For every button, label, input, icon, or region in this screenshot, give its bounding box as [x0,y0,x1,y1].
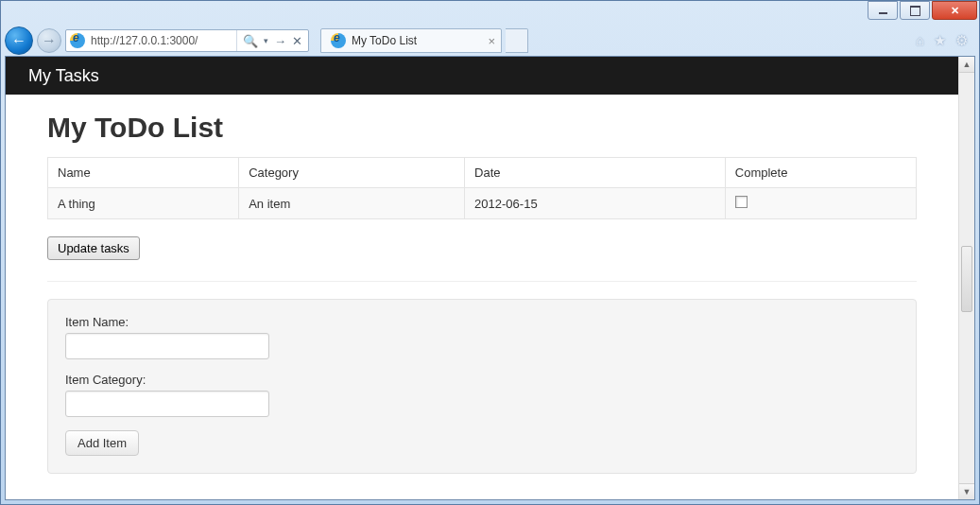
window-maximize-button[interactable] [900,1,930,20]
tasks-table: Name Category Date Complete A thing An i… [47,157,917,219]
window-titlebar [1,1,979,26]
complete-checkbox[interactable] [735,196,748,208]
col-complete: Complete [725,158,916,188]
col-category: Category [239,158,465,188]
tab-close-icon[interactable]: × [488,34,495,48]
forward-button[interactable]: → [37,28,61,53]
cell-name: A thing [48,188,239,219]
scroll-down-button[interactable]: ▼ [959,483,974,499]
cell-date: 2012-06-15 [465,188,726,219]
add-item-button[interactable]: Add Item [65,430,139,456]
table-row: A thing An item 2012-06-15 [48,188,917,219]
scroll-up-button[interactable]: ▲ [959,57,974,73]
col-date: Date [465,158,726,188]
item-category-label: Item Category: [65,373,899,387]
address-bar-actions: 🔍 ▾ → ✕ [236,30,308,51]
page-title: My ToDo List [47,112,917,144]
cell-category: An item [239,188,465,219]
page-body: My Tasks My ToDo List Name Category Date… [6,57,958,499]
page-container: My ToDo List Name Category Date Complete… [6,112,958,474]
window-minimize-button[interactable] [868,1,898,20]
url-input[interactable] [89,30,236,51]
browser-viewport: My Tasks My ToDo List Name Category Date… [5,56,975,500]
tab-title: My ToDo List [352,34,417,47]
scroll-thumb[interactable] [961,246,972,312]
favorites-icon[interactable]: ★ [934,32,946,49]
table-header-row: Name Category Date Complete [48,158,917,188]
stop-icon[interactable]: ✕ [292,34,302,48]
window-controls [868,1,977,20]
address-bar: 🔍 ▾ → ✕ [65,29,309,52]
gear-icon[interactable]: ⚙ [955,32,968,49]
update-tasks-button[interactable]: Update tasks [47,236,140,260]
search-icon[interactable]: 🔍 [243,34,258,48]
app-navbar: My Tasks [6,57,958,95]
add-item-form: Item Name: Item Category: Add Item [47,299,917,474]
new-tab-button[interactable] [506,28,528,53]
ie-icon [70,33,85,48]
browser-tab[interactable]: My ToDo List × [320,28,502,53]
item-name-label: Item Name: [65,315,899,329]
dropdown-icon[interactable]: ▾ [264,36,268,45]
cell-complete [725,188,916,219]
window-close-button[interactable] [932,1,977,20]
refresh-icon[interactable]: → [274,34,286,48]
browser-toolbar: ← → 🔍 ▾ → ✕ My ToDo List × ⌂ ★ ⚙ [1,26,979,56]
browser-menu-icons: ⌂ ★ ⚙ [916,32,973,49]
home-icon[interactable]: ⌂ [916,32,924,49]
divider [47,281,917,282]
back-button[interactable]: ← [5,26,33,55]
arrow-right-icon: → [42,32,57,49]
scrollbar[interactable]: ▲ ▼ [958,57,974,499]
item-name-input[interactable] [65,333,269,359]
col-name: Name [48,158,239,188]
item-category-input[interactable] [65,391,269,417]
navbar-brand: My Tasks [28,66,99,86]
ie-icon [331,33,346,48]
arrow-left-icon: ← [11,32,26,49]
browser-window: ← → 🔍 ▾ → ✕ My ToDo List × ⌂ ★ ⚙ [0,0,980,505]
